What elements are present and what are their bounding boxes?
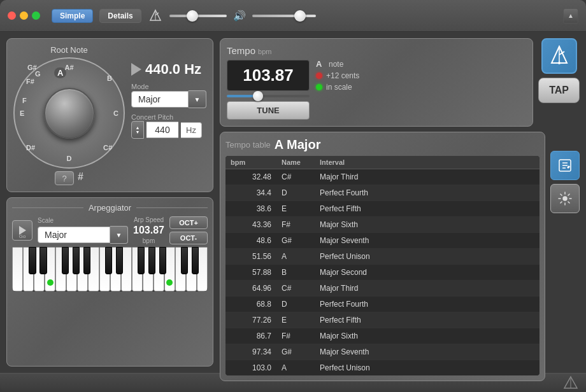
note-f-hash[interactable]: F#	[26, 78, 34, 85]
black-key-2[interactable]	[39, 247, 46, 274]
root-note-knob[interactable]	[44, 88, 95, 139]
scale-text: in scale	[326, 83, 352, 92]
oct-plus-button[interactable]: OCT+	[169, 216, 208, 229]
table-row[interactable]: 97.34 G# Major Seventh	[225, 344, 540, 360]
arp-speed-unit: bpm	[143, 237, 155, 244]
cell-bpm: 64.96	[225, 281, 276, 296]
maximize-button[interactable]	[32, 11, 40, 20]
table-row[interactable]: 86.7 F# Major Sixth	[225, 328, 540, 344]
black-key-16[interactable]	[192, 247, 199, 274]
mode-dropdown-arrow[interactable]: ▼	[189, 90, 206, 108]
note-d-hash[interactable]: D#	[26, 144, 35, 151]
black-key-8[interactable]	[105, 247, 112, 274]
arp-speed: Arp Speed 103.87 bpm	[133, 216, 164, 244]
scale-dropdown-arrow[interactable]: ▼	[110, 226, 128, 244]
note-wheel[interactable]: A# B C C# D D# E F F# G G# A	[13, 57, 125, 169]
cell-name: E	[276, 201, 315, 216]
hash-button[interactable]: ?	[55, 171, 74, 185]
note-e[interactable]: E	[20, 109, 24, 117]
table-row[interactable]: 68.8 D Perfect Fourth	[225, 297, 540, 312]
col-interval: Interval	[315, 156, 540, 169]
tempo-slider-thumb[interactable]	[253, 91, 263, 101]
mode-select[interactable]: Major ▼	[131, 90, 206, 108]
note-c-hash[interactable]: C#	[103, 144, 112, 151]
arp-play-button[interactable]: Go	[12, 220, 32, 241]
tab-simple[interactable]: Simple	[52, 9, 93, 23]
cell-name: A	[276, 360, 315, 375]
table-row[interactable]: 43.36 F# Major Sixth	[225, 217, 540, 233]
arp-line-right	[136, 207, 208, 208]
black-key-12[interactable]	[148, 247, 155, 274]
settings-button[interactable]	[550, 184, 580, 213]
concert-pitch-row: ▲ ▼ 440 Hz	[131, 121, 206, 139]
cents-text: +12 cents	[326, 71, 359, 80]
table-row[interactable]: 51.56 A Perfect Unison	[225, 249, 540, 265]
black-key-13[interactable]	[159, 247, 166, 274]
black-key-4[interactable]	[62, 247, 69, 274]
tempo-table-title: A Major	[275, 137, 321, 152]
table-row[interactable]: 48.6 G# Major Seventh	[225, 233, 540, 249]
arp-speed-value: 103.87	[133, 225, 164, 236]
tempo-slider-row[interactable]	[227, 95, 310, 97]
table-row[interactable]: 77.26 E Perfect Fifth	[225, 312, 540, 328]
note-g-hash[interactable]: G#	[27, 64, 37, 71]
black-key-6[interactable]	[83, 247, 90, 274]
white-key-1[interactable]	[12, 247, 23, 291]
indicator-cents: +12 cents	[316, 71, 359, 80]
table-row[interactable]: 34.4 D Perfect Fourth	[225, 185, 540, 201]
cell-bpm: 34.4	[225, 185, 276, 200]
black-key-15[interactable]	[181, 247, 188, 274]
note-c[interactable]: C	[113, 109, 118, 117]
cell-name: G#	[276, 233, 315, 248]
cell-name: A	[276, 249, 315, 264]
note-f[interactable]: F	[22, 97, 27, 104]
info-edit-button[interactable]	[550, 151, 580, 180]
table-row[interactable]: 32.48 C# Major Third	[225, 169, 540, 185]
table-inner: bpm Name Interval 32.48 C# Major Third 3…	[225, 156, 540, 375]
table-row[interactable]: 57.88 B Major Second	[225, 265, 540, 281]
note-a-hash[interactable]: A#	[64, 64, 73, 71]
tempo-title: Tempo bpm	[227, 45, 310, 56]
expand-button[interactable]: ▲	[563, 8, 578, 24]
tap-button[interactable]: TAP	[538, 78, 580, 103]
cell-bpm: 103.0	[225, 360, 276, 375]
piano-keyboard[interactable]	[12, 247, 208, 291]
table-row[interactable]: 38.6 E Perfect Fifth	[225, 201, 540, 217]
play-icon[interactable]	[131, 63, 141, 76]
cell-interval: Perfect Unison	[315, 249, 540, 264]
table-header: Tempo table A Major	[225, 137, 540, 152]
mode-label: Mode	[131, 83, 206, 90]
arp-controls-row: Go Scale Major ▼ Arp Speed 103.87 bpm OC…	[12, 216, 208, 244]
pitch-spinner[interactable]: ▲ ▼	[131, 121, 144, 139]
pitch-value: 440	[146, 122, 178, 138]
tempo-table[interactable]: bpm Name Interval 32.48 C# Major Third 3…	[225, 156, 540, 375]
minimize-button[interactable]	[20, 11, 28, 20]
table-col-headers: bpm Name Interval	[225, 156, 540, 169]
concert-pitch-section: Concert Pitch ▲ ▼ 440 Hz	[131, 113, 206, 139]
volume-slider[interactable]	[252, 15, 316, 17]
tab-details[interactable]: Details	[99, 9, 141, 23]
svg-point-11	[563, 197, 567, 200]
cell-bpm: 68.8	[225, 297, 276, 312]
metronome-icon	[148, 8, 163, 24]
tune-button[interactable]: TUNE	[227, 101, 310, 120]
black-key-9[interactable]	[116, 247, 123, 274]
table-row[interactable]: 103.0 A Perfect Unison	[225, 360, 540, 375]
black-key-5[interactable]	[73, 247, 80, 274]
table-body: 32.48 C# Major Third 34.4 D Perfect Four…	[225, 169, 540, 375]
oct-minus-button[interactable]: OCT-	[169, 232, 208, 244]
table-row[interactable]: 64.96 C# Major Third	[225, 281, 540, 297]
frequency-value: 440.0 Hz	[145, 61, 201, 78]
note-a-selected[interactable]: A	[54, 67, 66, 78]
cell-name: G#	[276, 344, 315, 360]
scale-select[interactable]: Major ▼	[38, 226, 128, 244]
note-d[interactable]: D	[67, 155, 72, 162]
metronome-button[interactable]	[541, 38, 577, 74]
tempo-slider[interactable]	[169, 15, 227, 17]
black-key-1[interactable]	[29, 247, 36, 274]
hash-symbol: #	[78, 171, 83, 185]
oct-buttons: OCT+ OCT-	[169, 216, 208, 244]
note-b[interactable]: B	[107, 74, 112, 82]
black-key-11[interactable]	[138, 247, 145, 274]
close-button[interactable]	[8, 11, 16, 20]
